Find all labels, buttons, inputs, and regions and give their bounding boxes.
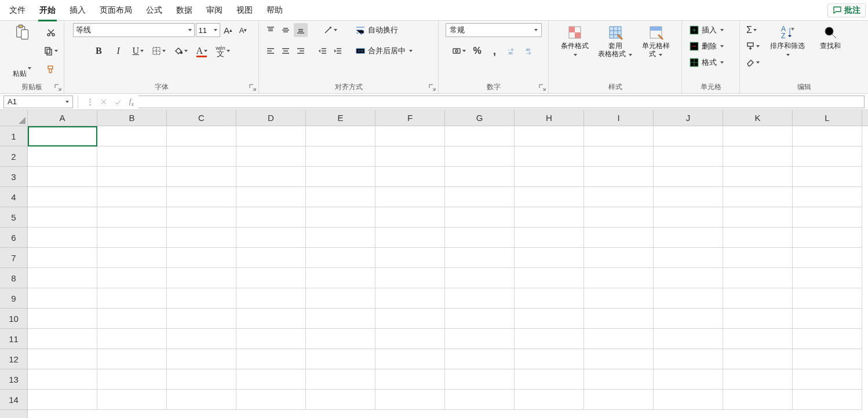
cell[interactable] [793,126,862,146]
cell[interactable] [515,390,584,410]
cell[interactable] [306,126,375,146]
cell[interactable] [793,187,862,207]
cell[interactable] [97,390,167,410]
cell[interactable] [515,309,584,329]
cell[interactable] [306,329,375,349]
cell[interactable] [28,207,97,228]
conditional-format-button[interactable]: 条件格式 [557,23,592,59]
column-header[interactable]: I [584,110,654,126]
cell[interactable] [167,268,236,288]
font-color-button[interactable]: A [195,44,209,58]
row-header[interactable]: 13 [0,369,27,390]
cell[interactable] [28,187,97,207]
column-header[interactable]: B [97,110,167,126]
row-header[interactable]: 10 [0,309,27,329]
column-header[interactable]: A [28,110,97,126]
cell[interactable] [515,126,584,146]
column-header[interactable]: J [654,110,723,126]
row-header[interactable]: 11 [0,329,27,349]
cell[interactable] [793,349,862,369]
cell[interactable] [654,248,723,268]
cell[interactable] [236,146,306,167]
paste-button[interactable]: 粘贴 [5,23,39,79]
tab-insert[interactable]: 插入 [63,0,93,21]
tab-file[interactable]: 文件 [2,0,32,21]
cell[interactable] [584,167,654,187]
cell[interactable] [375,228,445,248]
format-as-table-button[interactable]: 套用表格格式 [598,23,633,59]
cell[interactable] [723,349,793,369]
cell[interactable] [167,248,236,268]
increase-font-button[interactable]: A▴ [221,23,235,37]
cell[interactable] [236,248,306,268]
decrease-font-button[interactable]: A▾ [236,23,250,37]
align-top-button[interactable] [264,23,278,37]
tab-data[interactable]: 数据 [169,0,199,21]
row-header[interactable]: 3 [0,167,27,187]
cell[interactable] [515,329,584,349]
align-middle-button[interactable] [279,23,293,37]
cell[interactable] [306,369,375,390]
cell[interactable] [723,228,793,248]
cell[interactable] [97,228,167,248]
cell[interactable] [584,146,654,167]
copy-button[interactable] [43,44,59,58]
cell[interactable] [584,268,654,288]
align-right-button[interactable] [294,44,308,58]
cell[interactable] [654,309,723,329]
cell[interactable] [515,268,584,288]
cell[interactable] [97,167,167,187]
cell[interactable] [236,126,306,146]
cell[interactable] [515,349,584,369]
format-cells-button[interactable]: 格式 [687,56,726,69]
cell[interactable] [306,146,375,167]
cell[interactable] [236,369,306,390]
cell[interactable] [236,349,306,369]
cell[interactable] [584,187,654,207]
column-header[interactable]: H [515,110,584,126]
tab-home[interactable]: 开始 [32,0,63,21]
cell[interactable] [654,146,723,167]
cell[interactable] [515,288,584,309]
name-box[interactable]: A1 [3,96,73,108]
column-header[interactable]: G [445,110,515,126]
cut-button[interactable] [44,25,58,39]
cell[interactable] [654,207,723,228]
row-header[interactable]: 8 [0,268,27,288]
phonetic-guide-button[interactable]: wén文 [214,44,231,58]
cell[interactable] [445,248,515,268]
align-bottom-button[interactable] [294,23,308,37]
cell[interactable] [515,207,584,228]
cell[interactable] [375,268,445,288]
cell[interactable] [306,268,375,288]
cell[interactable] [654,329,723,349]
cell[interactable] [375,390,445,410]
cell[interactable] [445,349,515,369]
cell[interactable] [97,329,167,349]
cell[interactable] [236,268,306,288]
cell[interactable] [28,329,97,349]
cell[interactable] [445,390,515,410]
cell[interactable] [167,187,236,207]
cell[interactable] [28,390,97,410]
cell[interactable] [167,146,236,167]
cells-area[interactable] [28,126,868,410]
cell[interactable] [723,288,793,309]
font-dialog-launcher[interactable] [249,83,257,91]
comments-button[interactable]: 批注 [827,3,866,17]
find-select-button[interactable]: 查找和 [814,23,847,51]
accounting-format-button[interactable] [451,44,467,58]
cell[interactable] [584,288,654,309]
cell[interactable] [793,167,862,187]
orientation-button[interactable] [322,23,338,37]
cell[interactable] [306,390,375,410]
clear-button[interactable] [745,56,761,69]
cell[interactable] [584,349,654,369]
cell[interactable] [28,248,97,268]
row-header[interactable]: 12 [0,349,27,369]
cell[interactable] [723,187,793,207]
cell[interactable] [28,369,97,390]
cell[interactable] [375,248,445,268]
cell[interactable] [97,187,167,207]
increase-indent-button[interactable] [331,44,345,58]
